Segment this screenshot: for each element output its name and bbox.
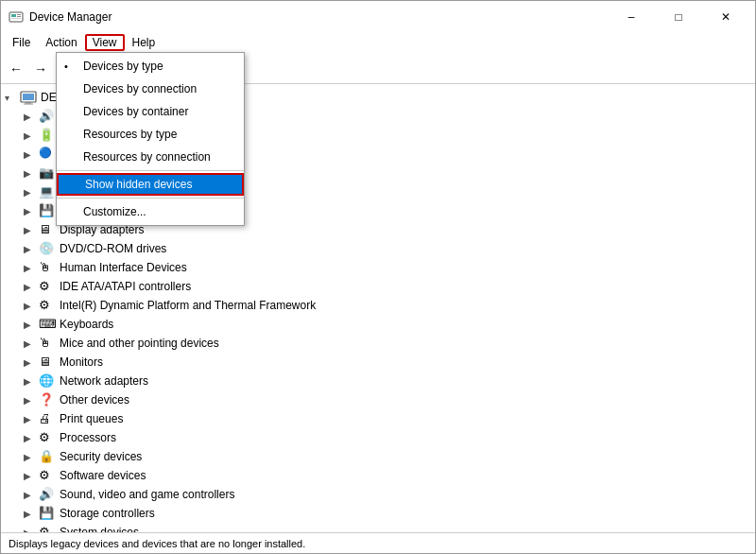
item-label: Human Interface Devices	[60, 261, 187, 274]
forward-button[interactable]: →	[29, 58, 52, 80]
intel-icon: ⚙	[39, 298, 56, 313]
item-label: Other devices	[60, 393, 129, 407]
disk-icon: 💾	[39, 203, 56, 218]
dropdown-resources-by-connection[interactable]: Resources by connection	[57, 146, 244, 168]
tree-item-keyboards[interactable]: ▶ ⌨ Keyboards	[1, 315, 755, 334]
back-button[interactable]: ←	[5, 58, 27, 80]
monitor-icon: 🖥	[39, 355, 56, 370]
tree-item-monitors[interactable]: ▶ 🖥 Monitors	[1, 353, 755, 372]
processor-icon: ⚙	[39, 430, 56, 445]
arrow: ▶	[24, 206, 39, 216]
item-label: Sound, video and game controllers	[60, 488, 234, 501]
arrow: ▶	[24, 338, 39, 349]
dropdown-separator-2	[57, 198, 244, 199]
dropdown-resources-by-type[interactable]: Resources by type	[57, 123, 244, 146]
tree-item-ide[interactable]: ▶ ⚙ IDE ATA/ATAPI controllers	[1, 277, 755, 296]
arrow: ▶	[24, 376, 39, 387]
storage-icon: 💾	[39, 506, 56, 521]
item-label: Network adapters	[60, 374, 148, 388]
menu-view[interactable]: View	[85, 34, 125, 51]
title-bar: Device Manager – □ ✕	[1, 1, 755, 31]
keyboard-icon: ⌨	[39, 317, 56, 332]
tree-item-mice[interactable]: ▶ 🖱 Mice and other pointing devices	[1, 334, 755, 353]
tree-item-system[interactable]: ▶ ⚙ System devices	[1, 523, 755, 532]
tree-item-sound[interactable]: ▶ 🔊 Sound, video and game controllers	[1, 485, 755, 504]
item-label: Processors	[60, 431, 116, 444]
item-label: Security devices	[60, 450, 142, 463]
svg-rect-3	[17, 16, 21, 17]
mice-icon: 🖱	[39, 336, 56, 351]
tree-item-security[interactable]: ▶ 🔒 Security devices	[1, 447, 755, 466]
audio-icon: 🔊	[39, 109, 56, 124]
arrow: ▶	[24, 414, 39, 424]
dropdown-devices-by-type[interactable]: • Devices by type	[57, 55, 244, 78]
item-label: Intel(R) Dynamic Platform and Thermal Fr…	[60, 299, 316, 312]
svg-rect-10	[23, 94, 34, 100]
bluetooth-icon: 🔵	[39, 147, 56, 162]
item-label: Storage controllers	[60, 507, 155, 520]
maximize-button[interactable]: □	[657, 8, 700, 26]
window-title: Device Manager	[29, 10, 112, 24]
arrow: ▶	[24, 452, 39, 462]
check-icon: •	[64, 61, 68, 72]
dropdown-devices-by-connection[interactable]: Devices by connection	[57, 78, 244, 100]
svg-rect-2	[17, 14, 21, 15]
minimize-button[interactable]: –	[610, 8, 653, 26]
tree-item-storage[interactable]: ▶ 💾 Storage controllers	[1, 504, 755, 523]
display-icon: 🖥	[39, 222, 56, 237]
app-icon	[9, 9, 24, 25]
arrow: ▶	[24, 168, 39, 179]
dropdown-devices-by-container[interactable]: Devices by container	[57, 100, 244, 123]
tree-item-software[interactable]: ▶ ⚙ Software devices	[1, 466, 755, 485]
item-label: Keyboards	[60, 318, 113, 331]
arrow: ▶	[24, 130, 39, 141]
root-arrow: ▾	[5, 93, 20, 103]
dropdown-customize[interactable]: Customize...	[57, 200, 244, 223]
item-label: IDE ATA/ATAPI controllers	[60, 280, 191, 293]
dropdown-separator-1	[57, 170, 244, 171]
dropdown-show-hidden-devices[interactable]: Show hidden devices	[57, 173, 244, 196]
menu-help[interactable]: Help	[125, 34, 163, 51]
arrow: ▶	[24, 149, 39, 160]
arrow: ▶	[24, 263, 39, 273]
svg-rect-1	[11, 14, 16, 17]
device-manager-window: Device Manager – □ ✕ File Action View He…	[0, 0, 756, 554]
item-label: Monitors	[60, 355, 103, 369]
arrow: ▶	[24, 395, 39, 406]
tree-item-dvd-cdrom[interactable]: ▶ 💿 DVD/CD-ROM drives	[1, 239, 755, 258]
close-button[interactable]: ✕	[704, 8, 747, 26]
item-label: System devices	[60, 526, 139, 532]
title-bar-controls: – □ ✕	[610, 8, 747, 26]
menu-file[interactable]: File	[5, 34, 38, 51]
arrow: ▶	[24, 490, 39, 500]
arrow: ▶	[24, 244, 39, 254]
view-dropdown-menu[interactable]: • Devices by type Devices by connection …	[56, 52, 245, 226]
arrow: ▶	[24, 433, 39, 443]
print-icon: 🖨	[39, 411, 56, 426]
ide-icon: ⚙	[39, 279, 56, 294]
tree-item-network[interactable]: ▶ 🌐 Network adapters	[1, 372, 755, 390]
tree-item-processors[interactable]: ▶ ⚙ Processors	[1, 428, 755, 447]
arrow: ▶	[24, 357, 39, 368]
tree-item-other[interactable]: ▶ ❓ Other devices	[1, 390, 755, 409]
software-icon: ⚙	[39, 468, 56, 483]
dvd-icon: 💿	[39, 241, 56, 256]
tree-item-intel-dynamic[interactable]: ▶ ⚙ Intel(R) Dynamic Platform and Therma…	[1, 296, 755, 315]
title-bar-left: Device Manager	[9, 9, 112, 25]
svg-rect-12	[24, 104, 33, 105]
status-text: Displays legacy devices and devices that…	[9, 538, 305, 549]
arrow: ▶	[24, 471, 39, 481]
other-icon: ❓	[39, 392, 56, 407]
status-bar: Displays legacy devices and devices that…	[1, 532, 755, 553]
item-label: Mice and other pointing devices	[60, 337, 219, 350]
arrow: ▶	[24, 187, 39, 198]
sound-icon: 🔊	[39, 487, 56, 502]
item-label: Software devices	[60, 469, 146, 482]
menu-action[interactable]: Action	[38, 34, 84, 51]
svg-rect-11	[26, 102, 31, 104]
computer-icon	[20, 90, 37, 105]
network-icon: 🌐	[39, 373, 56, 389]
batteries-icon: 🔋	[39, 128, 56, 143]
tree-item-print[interactable]: ▶ 🖨 Print queues	[1, 409, 755, 428]
tree-item-hid[interactable]: ▶ 🖱 Human Interface Devices	[1, 258, 755, 277]
